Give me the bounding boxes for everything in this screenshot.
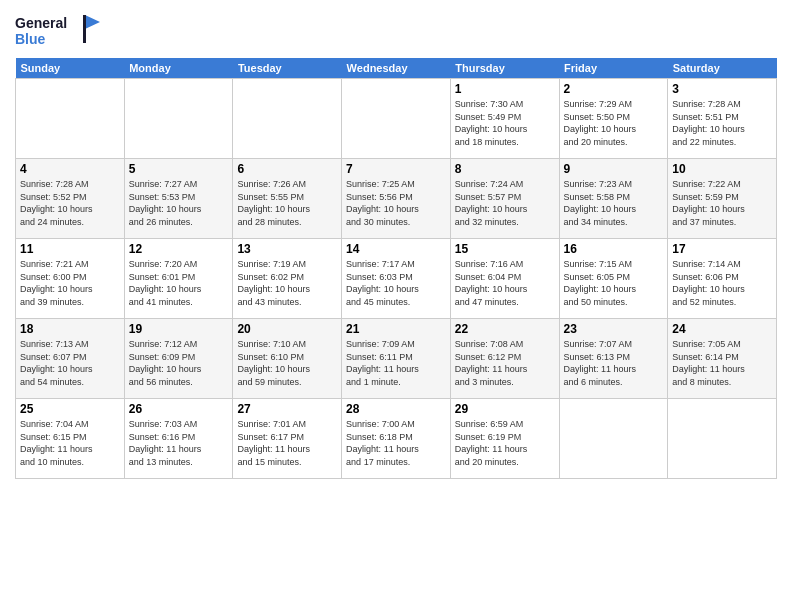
day-number: 14 [346, 242, 446, 256]
calendar-cell: 11Sunrise: 7:21 AM Sunset: 6:00 PM Dayli… [16, 239, 125, 319]
weekday-header-friday: Friday [559, 58, 668, 79]
calendar-cell [16, 79, 125, 159]
calendar-week-row: 1Sunrise: 7:30 AM Sunset: 5:49 PM Daylig… [16, 79, 777, 159]
day-number: 22 [455, 322, 555, 336]
calendar-cell: 20Sunrise: 7:10 AM Sunset: 6:10 PM Dayli… [233, 319, 342, 399]
day-info: Sunrise: 7:23 AM Sunset: 5:58 PM Dayligh… [564, 178, 664, 228]
day-number: 27 [237, 402, 337, 416]
weekday-header-row: SundayMondayTuesdayWednesdayThursdayFrid… [16, 58, 777, 79]
calendar-cell: 16Sunrise: 7:15 AM Sunset: 6:05 PM Dayli… [559, 239, 668, 319]
calendar-cell: 13Sunrise: 7:19 AM Sunset: 6:02 PM Dayli… [233, 239, 342, 319]
calendar-cell: 9Sunrise: 7:23 AM Sunset: 5:58 PM Daylig… [559, 159, 668, 239]
day-number: 10 [672, 162, 772, 176]
day-info: Sunrise: 7:07 AM Sunset: 6:13 PM Dayligh… [564, 338, 664, 388]
day-number: 8 [455, 162, 555, 176]
day-info: Sunrise: 7:30 AM Sunset: 5:49 PM Dayligh… [455, 98, 555, 148]
calendar-cell: 7Sunrise: 7:25 AM Sunset: 5:56 PM Daylig… [342, 159, 451, 239]
weekday-header-tuesday: Tuesday [233, 58, 342, 79]
weekday-header-sunday: Sunday [16, 58, 125, 79]
calendar-cell: 28Sunrise: 7:00 AM Sunset: 6:18 PM Dayli… [342, 399, 451, 479]
calendar-week-row: 11Sunrise: 7:21 AM Sunset: 6:00 PM Dayli… [16, 239, 777, 319]
day-number: 18 [20, 322, 120, 336]
day-info: Sunrise: 7:05 AM Sunset: 6:14 PM Dayligh… [672, 338, 772, 388]
calendar-cell: 23Sunrise: 7:07 AM Sunset: 6:13 PM Dayli… [559, 319, 668, 399]
day-number: 1 [455, 82, 555, 96]
day-info: Sunrise: 7:10 AM Sunset: 6:10 PM Dayligh… [237, 338, 337, 388]
weekday-header-saturday: Saturday [668, 58, 777, 79]
calendar-cell: 3Sunrise: 7:28 AM Sunset: 5:51 PM Daylig… [668, 79, 777, 159]
day-number: 17 [672, 242, 772, 256]
day-info: Sunrise: 7:09 AM Sunset: 6:11 PM Dayligh… [346, 338, 446, 388]
calendar-page: General Blue SundayMondayTuesdayWednesda… [0, 0, 792, 612]
logo-icon: General Blue [15, 10, 105, 52]
day-number: 19 [129, 322, 229, 336]
day-number: 15 [455, 242, 555, 256]
logo: General Blue [15, 10, 105, 52]
day-info: Sunrise: 7:01 AM Sunset: 6:17 PM Dayligh… [237, 418, 337, 468]
day-number: 25 [20, 402, 120, 416]
calendar-cell [559, 399, 668, 479]
day-info: Sunrise: 6:59 AM Sunset: 6:19 PM Dayligh… [455, 418, 555, 468]
day-info: Sunrise: 7:29 AM Sunset: 5:50 PM Dayligh… [564, 98, 664, 148]
day-number: 16 [564, 242, 664, 256]
day-info: Sunrise: 7:03 AM Sunset: 6:16 PM Dayligh… [129, 418, 229, 468]
weekday-header-thursday: Thursday [450, 58, 559, 79]
day-number: 24 [672, 322, 772, 336]
calendar-cell: 17Sunrise: 7:14 AM Sunset: 6:06 PM Dayli… [668, 239, 777, 319]
calendar-cell [124, 79, 233, 159]
day-number: 23 [564, 322, 664, 336]
day-number: 9 [564, 162, 664, 176]
day-number: 20 [237, 322, 337, 336]
day-number: 4 [20, 162, 120, 176]
day-number: 7 [346, 162, 446, 176]
day-number: 26 [129, 402, 229, 416]
day-number: 11 [20, 242, 120, 256]
calendar-week-row: 4Sunrise: 7:28 AM Sunset: 5:52 PM Daylig… [16, 159, 777, 239]
day-info: Sunrise: 7:04 AM Sunset: 6:15 PM Dayligh… [20, 418, 120, 468]
calendar-cell: 25Sunrise: 7:04 AM Sunset: 6:15 PM Dayli… [16, 399, 125, 479]
svg-text:General: General [15, 15, 67, 31]
calendar-cell: 6Sunrise: 7:26 AM Sunset: 5:55 PM Daylig… [233, 159, 342, 239]
day-info: Sunrise: 7:12 AM Sunset: 6:09 PM Dayligh… [129, 338, 229, 388]
day-info: Sunrise: 7:27 AM Sunset: 5:53 PM Dayligh… [129, 178, 229, 228]
day-number: 5 [129, 162, 229, 176]
day-info: Sunrise: 7:28 AM Sunset: 5:51 PM Dayligh… [672, 98, 772, 148]
calendar-cell: 29Sunrise: 6:59 AM Sunset: 6:19 PM Dayli… [450, 399, 559, 479]
day-info: Sunrise: 7:21 AM Sunset: 6:00 PM Dayligh… [20, 258, 120, 308]
day-number: 2 [564, 82, 664, 96]
calendar-table: SundayMondayTuesdayWednesdayThursdayFrid… [15, 58, 777, 479]
calendar-cell: 5Sunrise: 7:27 AM Sunset: 5:53 PM Daylig… [124, 159, 233, 239]
calendar-cell: 15Sunrise: 7:16 AM Sunset: 6:04 PM Dayli… [450, 239, 559, 319]
calendar-cell: 8Sunrise: 7:24 AM Sunset: 5:57 PM Daylig… [450, 159, 559, 239]
calendar-cell: 1Sunrise: 7:30 AM Sunset: 5:49 PM Daylig… [450, 79, 559, 159]
weekday-header-wednesday: Wednesday [342, 58, 451, 79]
day-info: Sunrise: 7:13 AM Sunset: 6:07 PM Dayligh… [20, 338, 120, 388]
calendar-cell: 10Sunrise: 7:22 AM Sunset: 5:59 PM Dayli… [668, 159, 777, 239]
day-info: Sunrise: 7:00 AM Sunset: 6:18 PM Dayligh… [346, 418, 446, 468]
day-number: 13 [237, 242, 337, 256]
calendar-cell: 18Sunrise: 7:13 AM Sunset: 6:07 PM Dayli… [16, 319, 125, 399]
calendar-cell [668, 399, 777, 479]
day-info: Sunrise: 7:24 AM Sunset: 5:57 PM Dayligh… [455, 178, 555, 228]
day-number: 28 [346, 402, 446, 416]
calendar-cell: 21Sunrise: 7:09 AM Sunset: 6:11 PM Dayli… [342, 319, 451, 399]
calendar-cell: 22Sunrise: 7:08 AM Sunset: 6:12 PM Dayli… [450, 319, 559, 399]
day-number: 3 [672, 82, 772, 96]
svg-text:Blue: Blue [15, 31, 46, 47]
calendar-cell: 24Sunrise: 7:05 AM Sunset: 6:14 PM Dayli… [668, 319, 777, 399]
calendar-cell: 2Sunrise: 7:29 AM Sunset: 5:50 PM Daylig… [559, 79, 668, 159]
calendar-week-row: 25Sunrise: 7:04 AM Sunset: 6:15 PM Dayli… [16, 399, 777, 479]
calendar-cell: 19Sunrise: 7:12 AM Sunset: 6:09 PM Dayli… [124, 319, 233, 399]
day-info: Sunrise: 7:25 AM Sunset: 5:56 PM Dayligh… [346, 178, 446, 228]
day-info: Sunrise: 7:19 AM Sunset: 6:02 PM Dayligh… [237, 258, 337, 308]
calendar-cell [342, 79, 451, 159]
day-info: Sunrise: 7:17 AM Sunset: 6:03 PM Dayligh… [346, 258, 446, 308]
calendar-cell: 4Sunrise: 7:28 AM Sunset: 5:52 PM Daylig… [16, 159, 125, 239]
day-number: 6 [237, 162, 337, 176]
svg-marker-2 [85, 15, 100, 29]
day-info: Sunrise: 7:22 AM Sunset: 5:59 PM Dayligh… [672, 178, 772, 228]
day-info: Sunrise: 7:16 AM Sunset: 6:04 PM Dayligh… [455, 258, 555, 308]
calendar-cell: 27Sunrise: 7:01 AM Sunset: 6:17 PM Dayli… [233, 399, 342, 479]
calendar-cell: 14Sunrise: 7:17 AM Sunset: 6:03 PM Dayli… [342, 239, 451, 319]
header: General Blue [15, 10, 777, 52]
